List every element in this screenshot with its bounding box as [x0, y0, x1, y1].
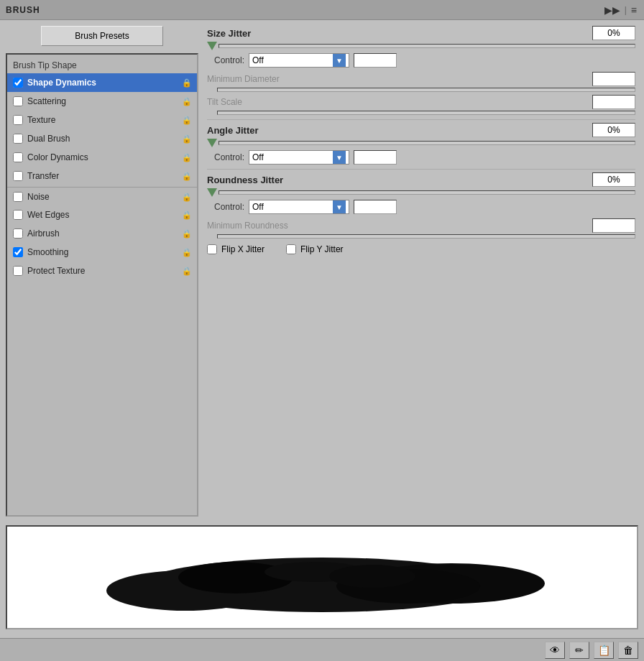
smoothing-checkbox[interactable]	[13, 247, 23, 257]
size-jitter-dropdown-arrow: ▼	[333, 54, 346, 67]
roundness-jitter-label: Roundness Jitter	[207, 175, 308, 185]
new-preset-button[interactable]: 📋	[594, 642, 614, 659]
brush-preview	[6, 525, 638, 629]
sidebar-item-airbrush[interactable]: Airbrush 🔒	[7, 224, 197, 243]
tilt-scale-label: Tilt Scale	[207, 97, 308, 107]
angle-jitter-value: 0%	[592, 123, 635, 137]
sidebar-item-transfer[interactable]: Transfer 🔒	[7, 167, 197, 185]
flip-x-checkbox[interactable]	[207, 244, 217, 254]
flip-y-item: Flip Y Jitter	[286, 244, 344, 254]
size-jitter-value: 0%	[592, 26, 635, 40]
shape-dynamics-lock-icon: 🔒	[181, 77, 193, 88]
min-roundness-value	[592, 218, 635, 233]
brush-stroke-svg	[92, 535, 552, 621]
texture-lock-icon: 🔒	[181, 114, 193, 126]
flip-x-item: Flip X Jitter	[207, 244, 264, 254]
sidebar-list: Brush Tip Shape Shape Dynamics 🔒 Scatter…	[6, 53, 198, 517]
min-roundness-track	[217, 234, 635, 239]
delete-button[interactable]: 🗑	[618, 642, 638, 659]
sidebar-item-noise[interactable]: Noise 🔒	[7, 187, 197, 205]
sidebar-item-texture[interactable]: Texture 🔒	[7, 111, 197, 129]
roundness-jitter-row: Roundness Jitter 0%	[207, 172, 635, 187]
smoothing-lock-icon: 🔒	[181, 246, 193, 258]
angle-jitter-track	[218, 141, 635, 145]
roundness-jitter-track	[218, 190, 635, 195]
color-dynamics-lock-icon: 🔒	[181, 152, 193, 163]
size-jitter-control-value: Off	[252, 55, 333, 65]
sidebar-item-wet-edges[interactable]: Wet Edges 🔒	[7, 205, 197, 224]
noise-lock-icon: 🔒	[181, 191, 193, 203]
angle-jitter-control-label: Control:	[214, 152, 244, 162]
smoothing-label: Smoothing	[27, 247, 181, 257]
eye-icon: 👁	[550, 644, 560, 656]
sidebar-item-smoothing[interactable]: Smoothing 🔒	[7, 243, 197, 262]
min-diameter-value	[592, 72, 635, 86]
roundness-jitter-control-box	[354, 200, 397, 214]
scattering-checkbox[interactable]	[13, 96, 23, 106]
size-jitter-thumb	[207, 42, 217, 50]
wet-edges-checkbox[interactable]	[13, 210, 23, 220]
wet-edges-label: Wet Edges	[27, 210, 181, 220]
color-dynamics-checkbox[interactable]	[13, 152, 23, 162]
angle-jitter-thumb	[207, 139, 217, 147]
dual-brush-label: Dual Brush	[27, 134, 181, 144]
brush-panel: BRUSH ▶▶ | ≡ Brush Presets Brush Tip Sha…	[0, 0, 644, 661]
shape-dynamics-checkbox[interactable]	[13, 78, 23, 88]
size-jitter-control-row: Control: Off ▼	[214, 53, 635, 68]
brush-presets-button[interactable]: Brush Presets	[41, 26, 163, 46]
noise-checkbox[interactable]	[13, 192, 23, 202]
tilt-scale-value	[592, 95, 635, 109]
angle-jitter-row: Angle Jitter 0%	[207, 123, 635, 137]
color-dynamics-label: Color Dynamics	[27, 152, 181, 162]
divider-2	[207, 169, 635, 170]
panel-header: BRUSH ▶▶ | ≡	[0, 0, 644, 20]
sidebar-item-shape-dynamics[interactable]: Shape Dynamics 🔒	[7, 73, 197, 92]
protect-texture-lock-icon: 🔒	[181, 265, 193, 277]
roundness-jitter-thumb	[207, 188, 217, 197]
tilt-scale-row: Tilt Scale	[207, 95, 635, 109]
size-jitter-group: Size Jitter 0% Control: Off ▼	[207, 26, 635, 115]
transfer-checkbox[interactable]	[13, 171, 23, 181]
transfer-label: Transfer	[27, 171, 181, 181]
roundness-jitter-slider[interactable]	[207, 188, 635, 197]
shape-dynamics-label: Shape Dynamics	[27, 78, 181, 88]
min-roundness-slider[interactable]	[207, 234, 635, 239]
angle-jitter-control-row: Control: Off ▼	[214, 150, 635, 165]
angle-jitter-slider[interactable]	[207, 139, 635, 147]
eye-button[interactable]: 👁	[545, 642, 565, 659]
sidebar-item-color-dynamics[interactable]: Color Dynamics 🔒	[7, 148, 197, 167]
flip-x-label: Flip X Jitter	[221, 244, 264, 254]
dual-brush-checkbox[interactable]	[13, 134, 23, 144]
collapse-button[interactable]: ▶▶	[603, 4, 622, 16]
sidebar: Brush Presets Brush Tip Shape Shape Dyna…	[6, 26, 198, 517]
size-jitter-control-label: Control:	[214, 55, 244, 65]
angle-jitter-control-select[interactable]: Off ▼	[249, 150, 349, 165]
roundness-jitter-value: 0%	[592, 172, 635, 187]
brush-icon: ✏	[575, 644, 584, 656]
panel-title: BRUSH	[6, 5, 40, 15]
menu-button[interactable]: ≡	[630, 4, 638, 16]
tilt-scale-slider[interactable]	[207, 111, 635, 115]
angle-jitter-control-box	[354, 150, 397, 165]
sidebar-item-dual-brush[interactable]: Dual Brush 🔒	[7, 129, 197, 148]
scattering-lock-icon: 🔒	[181, 96, 193, 107]
noise-label: Noise	[27, 192, 181, 202]
sidebar-item-scattering[interactable]: Scattering 🔒	[7, 92, 197, 111]
size-jitter-slider[interactable]	[207, 42, 635, 50]
svg-point-6	[329, 565, 415, 588]
panel-header-controls: ▶▶ | ≡	[603, 4, 638, 16]
flip-y-checkbox[interactable]	[286, 244, 296, 254]
min-roundness-row: Minimum Roundness	[207, 218, 635, 233]
sidebar-item-protect-texture[interactable]: Protect Texture 🔒	[7, 262, 197, 280]
angle-jitter-group: Angle Jitter 0% Control: Off ▼	[207, 123, 635, 165]
roundness-jitter-control-select[interactable]: Off ▼	[249, 200, 349, 214]
protect-texture-checkbox[interactable]	[13, 266, 23, 276]
min-diameter-slider[interactable]	[207, 88, 635, 92]
size-jitter-control-select[interactable]: Off ▼	[249, 53, 349, 68]
brush-tip-shape-header: Brush Tip Shape	[7, 57, 197, 73]
airbrush-checkbox[interactable]	[13, 228, 23, 239]
protect-texture-label: Protect Texture	[27, 266, 181, 276]
texture-checkbox[interactable]	[13, 115, 23, 125]
roundness-jitter-control-value: Off	[252, 202, 333, 212]
brush-tool-button[interactable]: ✏	[569, 642, 589, 659]
